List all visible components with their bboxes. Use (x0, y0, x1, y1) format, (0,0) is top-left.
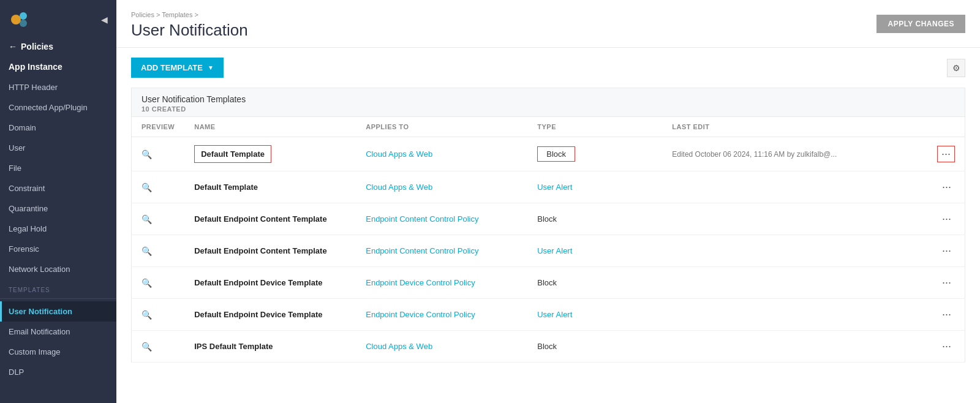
sidebar-item-forensic[interactable]: Forensic (0, 239, 116, 259)
more-actions-button[interactable]: ··· (938, 307, 955, 322)
top-bar: Policies > Templates > User Notification… (116, 0, 980, 48)
table-section-title: User Notification Templates (141, 94, 955, 104)
applies-to-link[interactable]: Endpoint Device Control Policy (366, 310, 475, 319)
name-cell: Default Endpoint Content Template (184, 235, 356, 267)
actions-cell: ··· (927, 235, 965, 267)
sidebar-item-dlp[interactable]: DLP (0, 362, 116, 382)
sidebar-item-app-instance[interactable]: App Instance (0, 56, 116, 77)
type-value: Block (537, 342, 557, 351)
name-cell: Default Endpoint Content Template (184, 203, 356, 235)
zoom-icon[interactable]: 🔍 (141, 342, 152, 352)
name-cell: Default Endpoint Device Template (184, 267, 356, 299)
applies-to-link[interactable]: Cloud Apps & Web (366, 183, 432, 192)
applies-to-cell: Cloud Apps & Web (356, 137, 527, 171)
applies-to-link[interactable]: Cloud Apps & Web (366, 149, 432, 159)
breadcrumb: Policies > Templates > (131, 11, 248, 18)
zoom-icon[interactable]: 🔍 (141, 214, 152, 224)
col-header-type: TYPE (527, 117, 662, 137)
applies-to-cell: Endpoint Content Control Policy (356, 203, 527, 235)
app-logo (9, 9, 31, 31)
type-cell: User Alert (527, 171, 662, 203)
svg-point-1 (20, 12, 27, 20)
last-edit-cell (662, 299, 927, 331)
actions-cell: ··· (927, 171, 965, 203)
applies-to-link[interactable]: Endpoint Content Control Policy (366, 246, 478, 255)
sidebar-item-user-notification[interactable]: User Notification (0, 301, 116, 322)
name-cell: Default Template (184, 137, 356, 171)
apply-changes-button[interactable]: APPLY CHANGES (876, 15, 965, 33)
zoom-icon[interactable]: 🔍 (141, 278, 152, 288)
name-cell: Default Endpoint Device Template (184, 299, 356, 331)
zoom-icon[interactable]: 🔍 (141, 246, 152, 256)
type-cell: Block (527, 203, 662, 235)
preview-cell: 🔍 (132, 235, 185, 267)
sidebar-item-user[interactable]: User (0, 138, 116, 158)
table-row: 🔍 IPS Default Template Cloud Apps & Web … (132, 331, 965, 363)
table-row: 🔍 Default Endpoint Device Template Endpo… (132, 267, 965, 299)
sidebar-item-connected-app[interactable]: Connected App/Plugin (0, 97, 116, 118)
last-edit-cell (662, 267, 927, 299)
col-header-applies-to: APPLIES TO (356, 117, 527, 137)
table-count-label: 10 CREATED (141, 105, 955, 113)
svg-point-0 (11, 15, 21, 24)
actions-cell: ··· (927, 203, 965, 235)
more-actions-button[interactable]: ··· (938, 179, 955, 195)
add-template-button[interactable]: ADD TEMPLATE ▼ (131, 58, 224, 78)
sidebar-item-email-notification[interactable]: Email Notification (0, 322, 116, 342)
preview-cell: 🔍 (132, 137, 185, 171)
sidebar-back-button[interactable]: ← Policies (0, 37, 116, 56)
type-cell: Block (527, 137, 662, 171)
type-value: User Alert (537, 183, 572, 192)
applies-to-link[interactable]: Endpoint Device Control Policy (366, 278, 475, 287)
more-actions-button[interactable]: ··· (937, 146, 955, 162)
preview-cell: 🔍 (132, 331, 185, 363)
last-edit-cell (662, 235, 927, 267)
table-row: 🔍 Default Endpoint Content Template Endp… (132, 235, 965, 267)
sidebar: ◀ ← Policies App Instance HTTP Header Co… (0, 0, 116, 403)
toolbar: ADD TEMPLATE ▼ ⚙ (116, 48, 980, 88)
type-cell: Block (527, 267, 662, 299)
sidebar-item-legal-hold[interactable]: Legal Hold (0, 219, 116, 239)
more-actions-button[interactable]: ··· (938, 211, 955, 227)
more-actions-button[interactable]: ··· (938, 339, 955, 354)
name-cell: IPS Default Template (184, 331, 356, 363)
zoom-icon[interactable]: 🔍 (141, 183, 152, 192)
back-arrow-icon: ← (9, 42, 17, 51)
applies-to-cell: Endpoint Device Control Policy (356, 267, 527, 299)
sidebar-item-network-location[interactable]: Network Location (0, 259, 116, 279)
type-cell: User Alert (527, 235, 662, 267)
applies-to-cell: Cloud Apps & Web (356, 171, 527, 203)
dropdown-arrow-icon: ▼ (208, 64, 214, 71)
more-actions-button[interactable]: ··· (938, 275, 955, 290)
sidebar-item-domain[interactable]: Domain (0, 118, 116, 138)
title-section: Policies > Templates > User Notification (131, 11, 248, 40)
table-row: 🔍 Default Template Cloud Apps & Web User… (132, 171, 965, 203)
table-row: 🔍 Default Endpoint Device Template Endpo… (132, 299, 965, 331)
table-row: 🔍 Default Endpoint Content Template Endp… (132, 203, 965, 235)
preview-cell: 🔍 (132, 299, 185, 331)
zoom-icon[interactable]: 🔍 (141, 149, 152, 159)
settings-button[interactable]: ⚙ (947, 59, 965, 77)
applies-to-link[interactable]: Cloud Apps & Web (366, 342, 432, 351)
applies-to-cell: Endpoint Device Control Policy (356, 299, 527, 331)
col-header-last-edit: LAST EDIT (662, 117, 927, 137)
sidebar-collapse-button[interactable]: ◀ (101, 15, 108, 24)
sidebar-item-http-header[interactable]: HTTP Header (0, 77, 116, 97)
col-header-preview: PREVIEW (132, 117, 185, 137)
sidebar-item-custom-image[interactable]: Custom Image (0, 342, 116, 362)
more-actions-button[interactable]: ··· (938, 243, 955, 258)
actions-cell: ··· (927, 137, 965, 171)
applies-to-cell: Cloud Apps & Web (356, 331, 527, 363)
preview-cell: 🔍 (132, 267, 185, 299)
zoom-icon[interactable]: 🔍 (141, 310, 152, 320)
name-cell: Default Template (184, 171, 356, 203)
sidebar-logo: ◀ (0, 0, 116, 37)
sidebar-item-file[interactable]: File (0, 158, 116, 178)
table-header-row: PREVIEW NAME APPLIES TO TYPE LAST EDIT (132, 117, 965, 137)
preview-cell: 🔍 (132, 203, 185, 235)
sidebar-item-quarantine[interactable]: Quarantine (0, 198, 116, 219)
table-header-section: User Notification Templates 10 CREATED (131, 88, 965, 116)
sidebar-item-constraint[interactable]: Constraint (0, 178, 116, 198)
applies-to-link[interactable]: Endpoint Content Control Policy (366, 214, 478, 224)
templates-table: PREVIEW NAME APPLIES TO TYPE LAST EDIT 🔍… (131, 116, 965, 363)
